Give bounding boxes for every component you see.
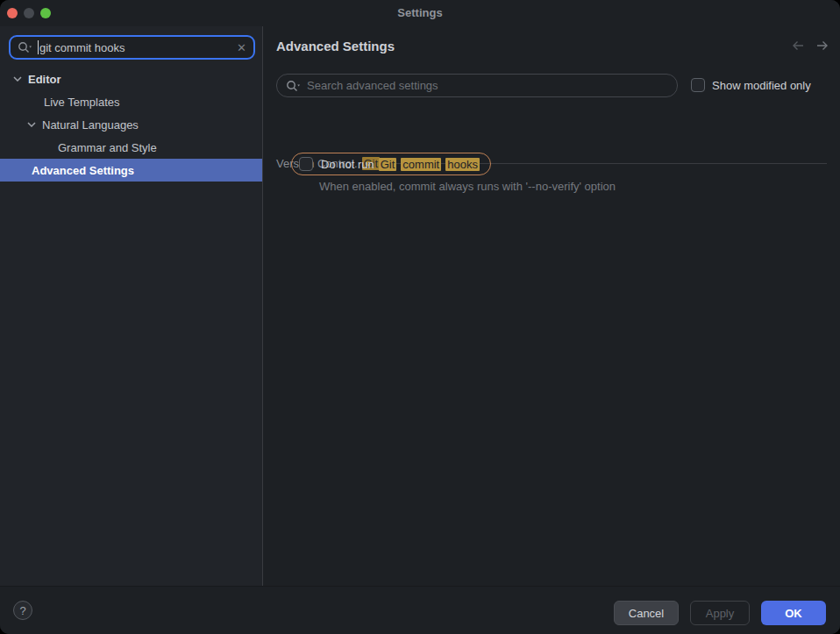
sidebar-item-natural-languages[interactable]: Natural Languages bbox=[0, 113, 262, 136]
settings-tree: Editor Live Templates Natural Languages … bbox=[0, 68, 262, 182]
match-highlight: commit bbox=[401, 158, 441, 171]
checkbox-label: Show modified only bbox=[712, 79, 811, 92]
show-modified-only-checkbox[interactable] bbox=[691, 78, 705, 92]
search-icon bbox=[18, 41, 32, 53]
do-not-run-git-hooks-checkbox[interactable] bbox=[299, 157, 313, 171]
search-icon bbox=[286, 80, 301, 92]
option-label-prefix: Do not run bbox=[321, 158, 374, 171]
sidebar-item-editor[interactable]: Editor bbox=[0, 68, 262, 90]
settings-search-input[interactable]: git commit hooks ✕ bbox=[9, 35, 255, 60]
chevron-down-icon[interactable] bbox=[27, 122, 36, 127]
advanced-search-input[interactable] bbox=[307, 79, 668, 92]
match-highlight: Git bbox=[379, 158, 397, 171]
title-bar: Settings bbox=[0, 0, 840, 26]
window-title: Settings bbox=[0, 0, 840, 26]
settings-window: Settings git commit hooks ✕ bbox=[0, 0, 840, 634]
text-caret bbox=[38, 40, 39, 54]
sidebar-item-grammar-and-style[interactable]: Grammar and Style bbox=[0, 136, 262, 159]
advanced-settings-panel: Advanced Settings bbox=[263, 26, 840, 586]
show-modified-only-option[interactable]: Show modified only bbox=[691, 78, 811, 92]
advanced-search-field[interactable] bbox=[276, 74, 678, 97]
sidebar-item-label: Natural Languages bbox=[42, 118, 139, 132]
match-highlight: hooks bbox=[445, 158, 480, 171]
sidebar-item-label: Live Templates bbox=[44, 96, 119, 109]
option-label: Do not run Git commit hooks bbox=[321, 158, 480, 171]
sidebar-item-advanced-settings[interactable]: Advanced Settings bbox=[0, 159, 262, 182]
ok-button[interactable]: OK bbox=[761, 601, 826, 625]
search-query-text: git commit hooks bbox=[39, 41, 237, 54]
settings-sidebar: git commit hooks ✕ Editor Live Templates bbox=[0, 26, 263, 586]
sidebar-item-label: Grammar and Style bbox=[58, 141, 157, 154]
help-button[interactable]: ? bbox=[13, 601, 32, 620]
option-help-text: When enabled, commit always runs with '-… bbox=[319, 180, 616, 193]
dialog-footer: ? Cancel Apply OK bbox=[0, 586, 840, 634]
page-title: Advanced Settings bbox=[276, 39, 395, 53]
sidebar-item-live-templates[interactable]: Live Templates bbox=[0, 90, 262, 113]
sidebar-item-label: Advanced Settings bbox=[32, 164, 134, 177]
sidebar-item-label: Editor bbox=[28, 73, 61, 86]
do-not-run-git-hooks-option[interactable]: Do not run Git commit hooks bbox=[291, 153, 491, 175]
cancel-button[interactable]: Cancel bbox=[614, 601, 679, 625]
forward-arrow-icon[interactable] bbox=[815, 40, 829, 51]
chevron-down-icon[interactable] bbox=[13, 76, 22, 82]
apply-button[interactable]: Apply bbox=[690, 601, 750, 625]
clear-search-icon[interactable]: ✕ bbox=[237, 42, 246, 53]
back-arrow-icon[interactable] bbox=[792, 40, 805, 51]
